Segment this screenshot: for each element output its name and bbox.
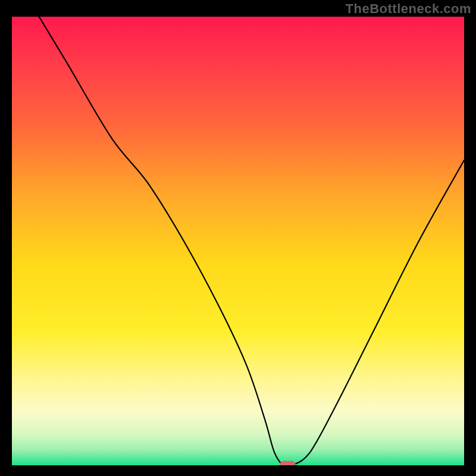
minimum-marker <box>280 461 296 466</box>
bottleneck-chart <box>12 17 464 465</box>
plot-area <box>12 17 464 465</box>
chart-frame: TheBottleneck.com <box>0 0 476 476</box>
watermark-text: TheBottleneck.com <box>346 1 471 17</box>
